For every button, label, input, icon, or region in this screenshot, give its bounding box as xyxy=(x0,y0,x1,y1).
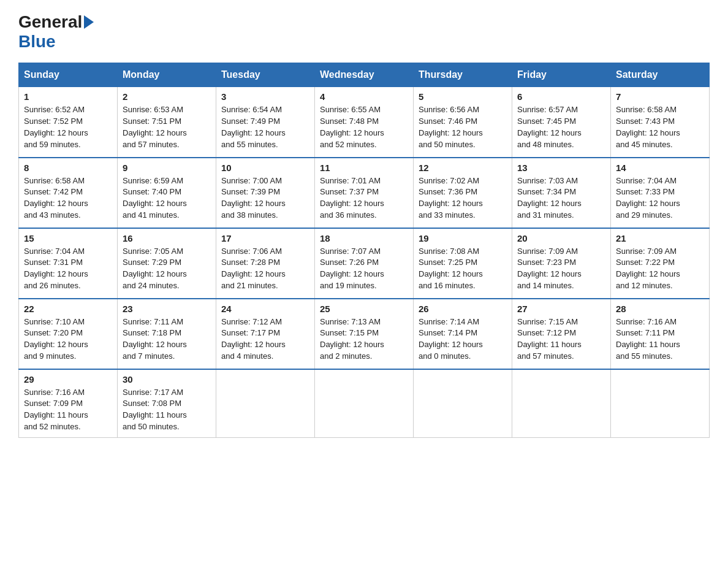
calendar-day-cell: 14 Sunrise: 7:04 AM Sunset: 7:33 PM Dayl… xyxy=(611,158,710,228)
day-number: 24 xyxy=(221,304,309,314)
day-info: Sunrise: 7:04 AM Sunset: 7:31 PM Dayligh… xyxy=(24,246,112,292)
day-number: 9 xyxy=(123,163,211,173)
header: General Blue xyxy=(18,12,710,52)
calendar-day-cell: 4 Sunrise: 6:55 AM Sunset: 7:48 PM Dayli… xyxy=(315,87,414,158)
day-info: Sunrise: 6:55 AM Sunset: 7:48 PM Dayligh… xyxy=(320,104,408,150)
calendar-day-cell: 15 Sunrise: 7:04 AM Sunset: 7:31 PM Dayl… xyxy=(19,228,118,299)
day-number: 10 xyxy=(221,163,309,173)
day-info: Sunrise: 7:00 AM Sunset: 7:39 PM Dayligh… xyxy=(221,175,309,221)
day-info: Sunrise: 6:59 AM Sunset: 7:40 PM Dayligh… xyxy=(123,175,211,221)
calendar-day-cell: 10 Sunrise: 7:00 AM Sunset: 7:39 PM Dayl… xyxy=(216,158,315,228)
logo-arrow-icon xyxy=(84,15,94,29)
day-number: 7 xyxy=(616,91,704,102)
col-header-friday: Friday xyxy=(512,63,611,87)
calendar-day-cell: 22 Sunrise: 7:10 AM Sunset: 7:20 PM Dayl… xyxy=(19,299,118,369)
day-info: Sunrise: 6:58 AM Sunset: 7:43 PM Dayligh… xyxy=(616,104,704,150)
day-number: 26 xyxy=(419,304,507,314)
day-info: Sunrise: 6:58 AM Sunset: 7:42 PM Dayligh… xyxy=(24,175,112,221)
day-number: 21 xyxy=(616,233,704,243)
col-header-tuesday: Tuesday xyxy=(216,63,315,87)
calendar-day-cell: 29 Sunrise: 7:16 AM Sunset: 7:09 PM Dayl… xyxy=(19,369,118,438)
day-info: Sunrise: 7:13 AM Sunset: 7:15 PM Dayligh… xyxy=(320,316,408,362)
day-number: 29 xyxy=(24,374,112,385)
calendar-day-cell: 1 Sunrise: 6:52 AM Sunset: 7:52 PM Dayli… xyxy=(19,87,118,158)
day-number: 27 xyxy=(517,304,605,314)
day-number: 22 xyxy=(24,304,112,314)
calendar-day-cell: 27 Sunrise: 7:15 AM Sunset: 7:12 PM Dayl… xyxy=(512,299,611,369)
day-info: Sunrise: 7:10 AM Sunset: 7:20 PM Dayligh… xyxy=(24,316,112,362)
calendar-week-row: 1 Sunrise: 6:52 AM Sunset: 7:52 PM Dayli… xyxy=(19,87,710,158)
day-info: Sunrise: 7:12 AM Sunset: 7:17 PM Dayligh… xyxy=(221,316,309,362)
calendar-day-cell: 16 Sunrise: 7:05 AM Sunset: 7:29 PM Dayl… xyxy=(118,228,216,299)
calendar-day-cell: 6 Sunrise: 6:57 AM Sunset: 7:45 PM Dayli… xyxy=(512,87,611,158)
day-info: Sunrise: 7:16 AM Sunset: 7:09 PM Dayligh… xyxy=(24,387,112,433)
calendar-day-cell: 11 Sunrise: 7:01 AM Sunset: 7:37 PM Dayl… xyxy=(315,158,414,228)
day-info: Sunrise: 6:57 AM Sunset: 7:45 PM Dayligh… xyxy=(517,104,605,150)
calendar-header-row: SundayMondayTuesdayWednesdayThursdayFrid… xyxy=(19,63,710,87)
day-info: Sunrise: 6:52 AM Sunset: 7:52 PM Dayligh… xyxy=(24,104,112,150)
calendar-day-cell xyxy=(216,369,315,438)
calendar-day-cell: 24 Sunrise: 7:12 AM Sunset: 7:17 PM Dayl… xyxy=(216,299,315,369)
day-number: 13 xyxy=(517,163,605,173)
calendar-day-cell: 30 Sunrise: 7:17 AM Sunset: 7:08 PM Dayl… xyxy=(118,369,216,438)
day-info: Sunrise: 7:03 AM Sunset: 7:34 PM Dayligh… xyxy=(517,175,605,221)
day-info: Sunrise: 7:06 AM Sunset: 7:28 PM Dayligh… xyxy=(221,246,309,292)
calendar-day-cell: 9 Sunrise: 6:59 AM Sunset: 7:40 PM Dayli… xyxy=(118,158,216,228)
day-info: Sunrise: 7:02 AM Sunset: 7:36 PM Dayligh… xyxy=(419,175,507,221)
day-info: Sunrise: 6:53 AM Sunset: 7:51 PM Dayligh… xyxy=(123,104,211,150)
calendar-day-cell: 19 Sunrise: 7:08 AM Sunset: 7:25 PM Dayl… xyxy=(414,228,512,299)
calendar-day-cell: 18 Sunrise: 7:07 AM Sunset: 7:26 PM Dayl… xyxy=(315,228,414,299)
calendar-day-cell: 25 Sunrise: 7:13 AM Sunset: 7:15 PM Dayl… xyxy=(315,299,414,369)
day-info: Sunrise: 7:07 AM Sunset: 7:26 PM Dayligh… xyxy=(320,246,408,292)
day-info: Sunrise: 7:16 AM Sunset: 7:11 PM Dayligh… xyxy=(616,316,704,362)
calendar-day-cell: 20 Sunrise: 7:09 AM Sunset: 7:23 PM Dayl… xyxy=(512,228,611,299)
col-header-thursday: Thursday xyxy=(414,63,512,87)
logo-blue-text: Blue xyxy=(18,32,56,51)
calendar-day-cell: 5 Sunrise: 6:56 AM Sunset: 7:46 PM Dayli… xyxy=(414,87,512,158)
day-number: 6 xyxy=(517,91,605,102)
calendar-day-cell: 12 Sunrise: 7:02 AM Sunset: 7:36 PM Dayl… xyxy=(414,158,512,228)
day-number: 18 xyxy=(320,233,408,243)
day-number: 4 xyxy=(320,91,408,102)
day-number: 3 xyxy=(221,91,309,102)
calendar-week-row: 22 Sunrise: 7:10 AM Sunset: 7:20 PM Dayl… xyxy=(19,299,710,369)
day-number: 17 xyxy=(221,233,309,243)
calendar-day-cell xyxy=(414,369,512,438)
day-info: Sunrise: 7:09 AM Sunset: 7:23 PM Dayligh… xyxy=(517,246,605,292)
calendar-day-cell: 13 Sunrise: 7:03 AM Sunset: 7:34 PM Dayl… xyxy=(512,158,611,228)
day-info: Sunrise: 7:05 AM Sunset: 7:29 PM Dayligh… xyxy=(123,246,211,292)
day-number: 23 xyxy=(123,304,211,314)
day-info: Sunrise: 7:14 AM Sunset: 7:14 PM Dayligh… xyxy=(419,316,507,362)
calendar-day-cell: 2 Sunrise: 6:53 AM Sunset: 7:51 PM Dayli… xyxy=(118,87,216,158)
day-info: Sunrise: 7:09 AM Sunset: 7:22 PM Dayligh… xyxy=(616,246,704,292)
day-info: Sunrise: 7:11 AM Sunset: 7:18 PM Dayligh… xyxy=(123,316,211,362)
day-info: Sunrise: 7:04 AM Sunset: 7:33 PM Dayligh… xyxy=(616,175,704,221)
col-header-sunday: Sunday xyxy=(19,63,118,87)
col-header-monday: Monday xyxy=(118,63,216,87)
calendar-day-cell: 7 Sunrise: 6:58 AM Sunset: 7:43 PM Dayli… xyxy=(611,87,710,158)
calendar-day-cell: 3 Sunrise: 6:54 AM Sunset: 7:49 PM Dayli… xyxy=(216,87,315,158)
day-number: 8 xyxy=(24,163,112,173)
logo: General Blue xyxy=(18,12,96,52)
day-number: 5 xyxy=(419,91,507,102)
day-info: Sunrise: 7:01 AM Sunset: 7:37 PM Dayligh… xyxy=(320,175,408,221)
calendar-day-cell: 21 Sunrise: 7:09 AM Sunset: 7:22 PM Dayl… xyxy=(611,228,710,299)
day-number: 14 xyxy=(616,163,704,173)
day-number: 15 xyxy=(24,233,112,243)
calendar-day-cell: 17 Sunrise: 7:06 AM Sunset: 7:28 PM Dayl… xyxy=(216,228,315,299)
calendar-day-cell xyxy=(315,369,414,438)
day-info: Sunrise: 7:15 AM Sunset: 7:12 PM Dayligh… xyxy=(517,316,605,362)
calendar-week-row: 8 Sunrise: 6:58 AM Sunset: 7:42 PM Dayli… xyxy=(19,158,710,228)
calendar-day-cell xyxy=(611,369,710,438)
col-header-saturday: Saturday xyxy=(611,63,710,87)
logo-general-text: General xyxy=(18,12,82,32)
calendar-day-cell: 26 Sunrise: 7:14 AM Sunset: 7:14 PM Dayl… xyxy=(414,299,512,369)
calendar-day-cell: 28 Sunrise: 7:16 AM Sunset: 7:11 PM Dayl… xyxy=(611,299,710,369)
calendar-day-cell xyxy=(512,369,611,438)
day-info: Sunrise: 7:08 AM Sunset: 7:25 PM Dayligh… xyxy=(419,246,507,292)
day-info: Sunrise: 6:54 AM Sunset: 7:49 PM Dayligh… xyxy=(221,104,309,150)
calendar-table: SundayMondayTuesdayWednesdayThursdayFrid… xyxy=(18,63,710,438)
day-number: 1 xyxy=(24,91,112,102)
day-info: Sunrise: 6:56 AM Sunset: 7:46 PM Dayligh… xyxy=(419,104,507,150)
day-number: 30 xyxy=(123,374,211,385)
